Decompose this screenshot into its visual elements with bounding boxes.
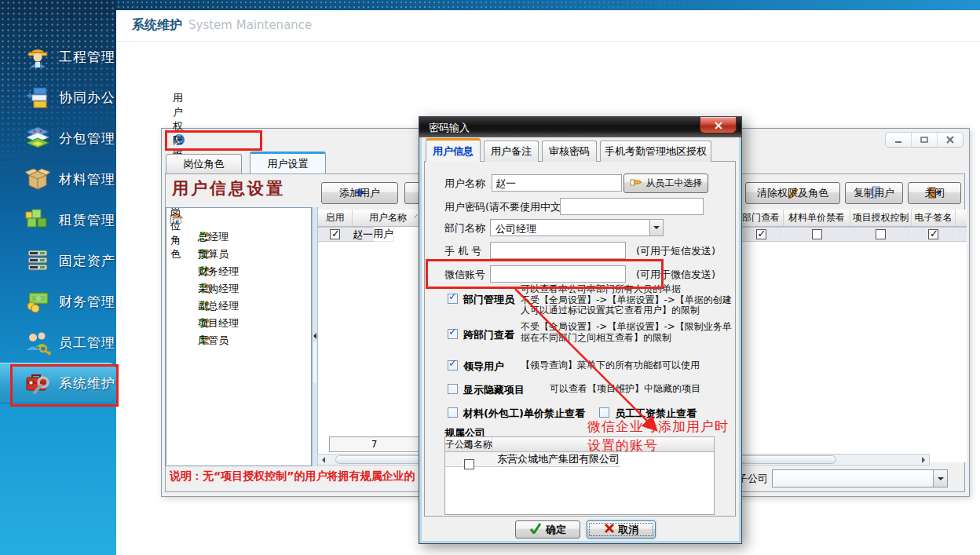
cross-dept-checkbox[interactable] (448, 329, 458, 339)
table-row[interactable]: 赵一 (318, 227, 374, 242)
option-salary-ban[interactable]: 员工工资禁止查看 (599, 407, 697, 421)
tree-node-role[interactable]: 总经理 (166, 228, 311, 246)
tree-node-role[interactable]: 预算员 (166, 246, 311, 263)
option-leader-user[interactable]: 领导用户 (448, 360, 504, 374)
scroll-left-button[interactable] (318, 455, 329, 465)
department-dropdown[interactable]: 公司经理 (490, 219, 664, 236)
right-table-header: 部门查看 材料单价禁看 项目授权控制 电子签名 (739, 210, 967, 227)
leader-user-note: 【领导查询】菜单下的所有功能都可以使用 (521, 360, 739, 371)
close-window-button[interactable] (937, 133, 963, 147)
col-username[interactable]: 用户名称 (353, 210, 424, 226)
username-label: 用户名称 (444, 177, 485, 191)
enabled-cell (318, 228, 353, 241)
dropdown-arrow-icon[interactable] (933, 470, 947, 487)
sort-icon (414, 214, 419, 219)
tree-node-label: 库管员 (198, 334, 229, 348)
col-material-price[interactable]: 材料单价禁看 (784, 210, 850, 226)
row-count-box: 7 (329, 436, 419, 452)
flag-checkbox[interactable] (756, 229, 766, 239)
sidebar-item-material[interactable]: 材料管理 (0, 159, 116, 199)
sidebar-item-label: 工程管理 (59, 48, 115, 66)
subcompany-dropdown[interactable] (772, 469, 948, 487)
user-table-left: 启用 用户名称 超级用户刘欣张冬赵二赵三赵四赵一 (317, 210, 424, 462)
splitter-collapse-icon (313, 333, 316, 339)
ok-button[interactable]: 确定 (515, 520, 580, 539)
clear-permissions-button[interactable]: 清除权限及角色 (745, 182, 840, 204)
user-table-header: 启用 用户名称 (318, 210, 424, 227)
table-row[interactable] (739, 227, 967, 242)
scroll-right-button[interactable] (918, 455, 929, 465)
sidebar-item-subcontract[interactable]: 分包管理 (0, 118, 116, 159)
col-project-auth[interactable]: 项目授权控制 (850, 210, 912, 226)
company-table-header: 选 子公司名称 (445, 437, 714, 452)
splitter-handle[interactable] (313, 342, 316, 383)
sidebar-item-label: 固定资产 (59, 252, 115, 270)
sidebar-item-label: 材料管理 (59, 170, 115, 188)
page-title: 系统维护 (132, 17, 182, 34)
col-dept-view[interactable]: 部门查看 (739, 210, 784, 226)
tab-user-settings[interactable]: 用户设置 (250, 152, 326, 173)
col-esign[interactable]: 电子签名 (912, 210, 956, 226)
sidebar-item-project[interactable]: 工程管理 (0, 36, 116, 77)
tree-node-role[interactable]: 副总经理 (166, 298, 311, 315)
tree-node-role[interactable]: 财务经理 (166, 263, 311, 280)
tree-node-role[interactable]: 项目经理 (166, 315, 311, 332)
wechat-note: (可用于微信发送) (636, 268, 715, 282)
username-input[interactable]: 赵一 (492, 174, 622, 192)
sidebar-item-maintenance[interactable]: 系统维护 (0, 363, 116, 403)
dialog-tab-1[interactable]: 用户备注 (484, 141, 539, 162)
pick-employee-button[interactable]: 从员工中选择 (623, 173, 708, 193)
sidebar-item-finance[interactable]: 财务管理 (0, 281, 116, 322)
cancel-button[interactable]: 取消 (587, 520, 656, 539)
dialog-tab-2[interactable]: 审核密码 (542, 141, 597, 162)
sidebar-item-rental[interactable]: 租赁管理 (0, 199, 116, 240)
option-dept-admin[interactable]: 部门管理员 (448, 293, 514, 307)
wechat-input[interactable] (490, 265, 626, 283)
leader-user-checkbox[interactable] (448, 360, 458, 371)
dialog-close-button[interactable] (700, 117, 737, 133)
flag-checkbox[interactable] (812, 229, 822, 239)
flag-checkbox[interactable] (876, 229, 886, 239)
cross-dept-note: 不受【全局设置】->【单据设置】->【限制业务单据在不同部门之间相互查看】的限制 (521, 322, 739, 343)
sidebar-item-assets[interactable]: 固定资产 (0, 240, 116, 281)
tree-node-role[interactable]: 采购经理 (166, 280, 311, 298)
dialog-tab-3[interactable]: 手机考勤管理地区授权 (600, 141, 711, 162)
material-icon (24, 166, 52, 192)
company-checkbox[interactable] (464, 459, 474, 469)
close-button[interactable]: 关闭 (908, 182, 961, 204)
flag-checkbox[interactable] (928, 229, 938, 239)
tree-node-label: 采购经理 (198, 282, 239, 296)
show-hidden-checkbox[interactable] (448, 384, 458, 394)
option-show-hidden[interactable]: 显示隐藏项目 (448, 383, 525, 397)
col-enabled[interactable]: 启用 (318, 210, 353, 226)
minimize-button[interactable] (886, 133, 911, 147)
window-controls (885, 132, 964, 148)
material-price-checkbox[interactable] (448, 407, 458, 418)
assets-icon (24, 247, 52, 274)
restore-button[interactable] (911, 133, 937, 147)
dialog-tab-0[interactable]: 用户信息 (426, 138, 481, 162)
mobile-note: (可用于短信发送) (636, 244, 715, 258)
company-table: 选 子公司名称 第一分公司山东金辰建设有限公司东营众城地产集团有限公司 (444, 436, 715, 515)
add-user-button[interactable]: 添加用户 (321, 182, 398, 204)
dropdown-arrow-icon[interactable] (649, 220, 663, 236)
tab-roles[interactable]: 岗位角色 (166, 154, 242, 173)
dialog-titlebar[interactable]: 密码输入 (419, 117, 741, 137)
rental-icon (24, 206, 52, 233)
option-cross-dept[interactable]: 跨部门查看 (448, 328, 514, 342)
salary-ban-checkbox[interactable] (599, 407, 609, 418)
sidebar-item-employee[interactable]: 员工管理 (0, 322, 116, 363)
tree-node-label: 副总经理 (198, 299, 239, 313)
tree-root-all-roles[interactable]: − 全部岗位角色 (170, 212, 179, 226)
company-row[interactable]: 东营众城地产集团有限公司 (445, 452, 620, 467)
enabled-checkbox[interactable] (330, 229, 340, 239)
password-input[interactable] (560, 198, 704, 215)
top-strip (116, 0, 980, 10)
tree-node-role[interactable]: 库管员 (166, 332, 311, 349)
dept-admin-checkbox[interactable] (448, 294, 458, 304)
option-material-price-ban[interactable]: 材料(外包工)单价禁止查看 (448, 407, 585, 421)
mobile-input[interactable] (490, 242, 626, 259)
x-icon (604, 523, 615, 536)
copy-user-button[interactable]: 复制用户 (845, 182, 903, 204)
sidebar-item-office[interactable]: 协同办公 (0, 77, 116, 118)
